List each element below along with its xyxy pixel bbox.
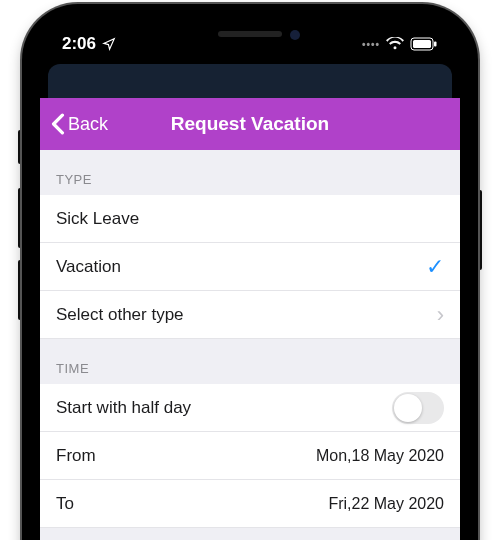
status-time: 2:06 — [62, 34, 96, 54]
content-area: TYPE Sick Leave Vacation ✓ Select other … — [40, 150, 460, 540]
half-day-row: Start with half day — [40, 384, 460, 432]
chevron-left-icon — [50, 113, 66, 135]
back-button[interactable]: Back — [50, 113, 108, 135]
from-value: Mon,18 May 2020 — [316, 447, 444, 465]
toggle-knob — [394, 394, 422, 422]
type-option-sick-leave[interactable]: Sick Leave — [40, 195, 460, 243]
half-day-label: Start with half day — [56, 398, 191, 418]
to-label: To — [56, 494, 74, 514]
back-label: Back — [68, 114, 108, 135]
to-date-row[interactable]: To Fri,22 May 2020 — [40, 480, 460, 528]
section-header-time: TIME — [40, 339, 460, 384]
notch — [140, 18, 360, 50]
wifi-icon — [386, 37, 404, 51]
phone-power-button — [478, 190, 482, 270]
background-card — [48, 64, 452, 98]
svg-rect-1 — [413, 40, 431, 48]
section-header-type: TYPE — [40, 150, 460, 195]
battery-icon — [410, 37, 438, 51]
nav-bar: document.currentScript.previousElementSi… — [40, 98, 460, 150]
location-icon — [102, 37, 116, 51]
type-option-other[interactable]: Select other type › — [40, 291, 460, 339]
chevron-right-icon: › — [437, 302, 444, 328]
from-label: From — [56, 446, 96, 466]
half-day-toggle[interactable] — [392, 392, 444, 424]
type-option-label: Vacation — [56, 257, 121, 277]
from-date-row[interactable]: From Mon,18 May 2020 — [40, 432, 460, 480]
type-option-label: Sick Leave — [56, 209, 139, 229]
phone-frame: 2:06 •••• — [22, 4, 478, 540]
svg-rect-2 — [434, 42, 437, 47]
more-dots-icon: •••• — [362, 39, 380, 50]
to-value: Fri,22 May 2020 — [328, 495, 444, 513]
type-option-vacation[interactable]: Vacation ✓ — [40, 243, 460, 291]
checkmark-icon: ✓ — [426, 254, 444, 280]
type-option-label: Select other type — [56, 305, 184, 325]
screen: 2:06 •••• — [40, 18, 460, 540]
